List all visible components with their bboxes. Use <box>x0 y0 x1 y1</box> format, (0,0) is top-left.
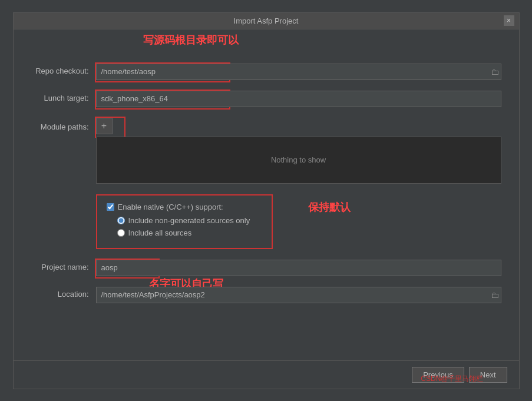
native-checkbox[interactable] <box>107 203 114 211</box>
native-label-empty <box>31 194 96 197</box>
include-all-radio[interactable] <box>117 229 125 237</box>
native-section: Enable native (C/C++) support: Include n… <box>96 194 273 249</box>
module-toolbar: + <box>96 118 501 134</box>
titlebar: Import Asfp Project × <box>14 13 519 29</box>
module-row: Module paths: + Nothing to show <box>31 118 501 184</box>
dialog-title: Import Asfp Project <box>234 16 299 25</box>
module-empty-label: Nothing to show <box>271 155 326 164</box>
project-input[interactable] <box>96 260 501 276</box>
lunch-row: Lunch target: <box>31 91 501 107</box>
repo-annotation: 写源码根目录即可以 <box>143 33 239 47</box>
repo-label: Repo checkout: <box>31 64 96 75</box>
location-input-wrap: 🗀 <box>96 287 501 303</box>
module-label: Module paths: <box>31 118 96 131</box>
repo-input[interactable] <box>96 64 501 80</box>
radio2-label: Include all sources <box>128 228 192 237</box>
previous-button[interactable]: Previous <box>412 367 464 383</box>
import-dialog: Import Asfp Project × 写源码根目录即可以 Repo che… <box>13 12 520 389</box>
radio1-label: Include non-generated sources only <box>128 216 250 225</box>
next-button[interactable]: Next <box>469 367 507 383</box>
location-row: Location: 🗀 <box>31 287 501 303</box>
location-folder-button[interactable]: 🗀 <box>491 290 499 300</box>
location-label: Location: <box>31 287 96 299</box>
close-button[interactable]: × <box>504 15 514 26</box>
repo-input-wrap: 🗀 <box>96 64 501 80</box>
lunch-label: Lunch target: <box>31 91 96 102</box>
module-list: Nothing to show <box>96 137 501 184</box>
location-input[interactable] <box>96 287 501 303</box>
project-label: Project name: <box>31 260 96 271</box>
radio-row-2: Include all sources <box>117 228 262 237</box>
repo-row: Repo checkout: 🗀 <box>31 64 501 80</box>
native-row: 保持默认 Enable native (C/C++) support: Incl… <box>31 194 501 249</box>
project-input-wrap <box>96 260 501 276</box>
add-module-button[interactable]: + <box>96 118 113 134</box>
include-non-generated-radio[interactable] <box>117 217 125 224</box>
project-row: Project name: <box>31 260 501 276</box>
repo-folder-button[interactable]: 🗀 <box>491 67 499 77</box>
native-checkbox-label: Enable native (C/C++) support: <box>118 203 223 211</box>
radio-row-1: Include non-generated sources only <box>117 216 262 225</box>
dialog-footer: Previous Next CSDN@千里马翎栏 <box>14 360 519 389</box>
lunch-input-wrap <box>96 91 501 107</box>
dialog-content: 写源码根目录即可以 Repo checkout: 🗀 写好编译目标 Lunch … <box>14 29 519 360</box>
native-annotation: 保持默认 <box>308 200 351 214</box>
lunch-input[interactable] <box>96 91 501 107</box>
module-paths-area: + Nothing to show <box>96 118 501 184</box>
native-checkbox-row: Enable native (C/C++) support: <box>107 203 262 211</box>
